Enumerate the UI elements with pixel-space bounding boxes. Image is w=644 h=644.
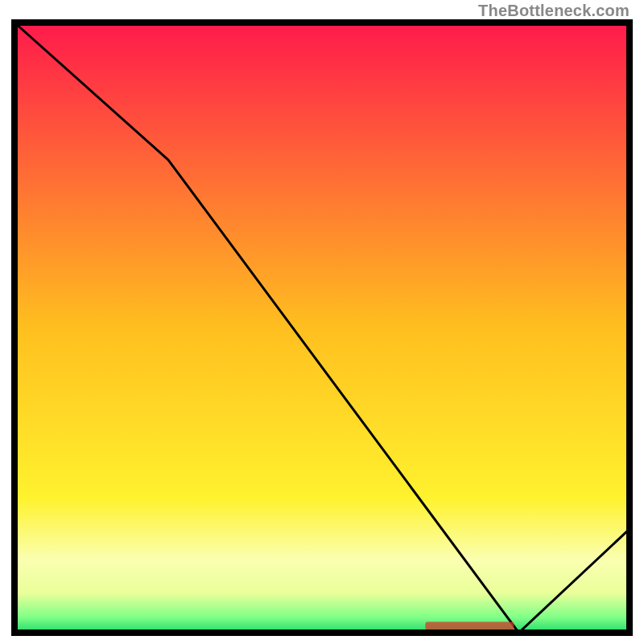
chart-container: TheBottleneck.com	[0, 0, 644, 644]
attribution-text: TheBottleneck.com	[478, 2, 630, 20]
chart-background	[14, 23, 630, 633]
chart-annotation	[425, 621, 514, 630]
line-chart	[0, 0, 644, 644]
